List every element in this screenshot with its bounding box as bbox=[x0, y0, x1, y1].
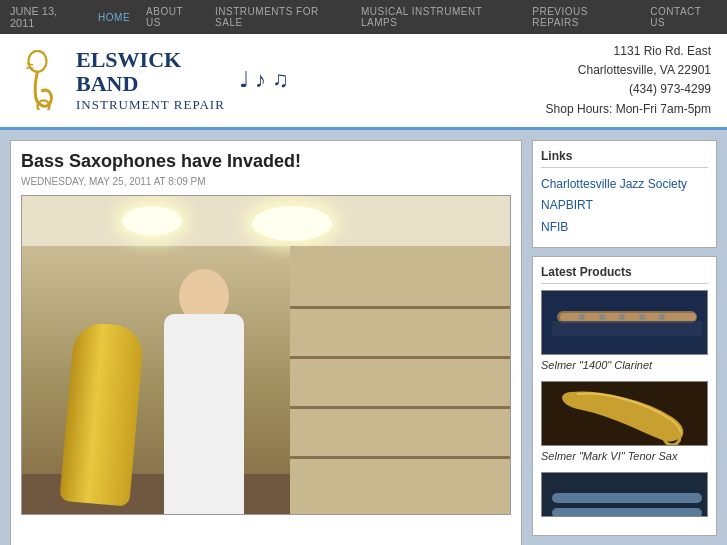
product-item-1: Selmer "1400" Clarinet bbox=[541, 290, 708, 371]
product-item-3 bbox=[541, 472, 708, 517]
product-item-2: Selmer "Mark VI" Tenor Sax bbox=[541, 381, 708, 462]
svg-point-10 bbox=[639, 314, 645, 320]
sidebar-products-section: Latest Products bbox=[532, 256, 717, 536]
product-thumb-3 bbox=[541, 472, 708, 517]
clarinet-thumbnail-svg bbox=[542, 291, 708, 355]
musical-notes-decoration: ♩ ♪ ♫ bbox=[239, 67, 289, 93]
nav-date: JUNE 13, 2011 bbox=[10, 5, 82, 29]
ceiling-light-2 bbox=[252, 206, 332, 241]
ceiling-light-1 bbox=[122, 206, 182, 236]
nav-instruments[interactable]: INSTRUMENTS FOR SALE bbox=[215, 6, 345, 28]
svg-rect-12 bbox=[552, 321, 702, 336]
links-title: Links bbox=[541, 149, 708, 168]
content-area: Bass Saxophones have Invaded! WEDNESDAY,… bbox=[10, 140, 522, 545]
brand-name-line2: Band bbox=[76, 72, 225, 96]
nav-lamps[interactable]: MUSICAL INSTRUMENT LAMPS bbox=[361, 6, 516, 28]
product-thumb-2 bbox=[541, 381, 708, 446]
shelf-area bbox=[290, 246, 510, 514]
person bbox=[144, 264, 264, 514]
shop-hours: Shop Hours: Mon-Fri 7am-5pm bbox=[546, 100, 711, 119]
link-jazz-society[interactable]: Charlottesville Jazz Society bbox=[541, 174, 708, 196]
logo-text: Elswick Band Instrument Repair bbox=[76, 48, 225, 112]
link-napbirt[interactable]: NAPBIRT bbox=[541, 195, 708, 217]
nav-about[interactable]: ABOUT US bbox=[146, 6, 199, 28]
logo-area: Elswick Band Instrument Repair ♩ ♪ ♫ bbox=[16, 48, 289, 112]
shelf-3 bbox=[290, 406, 510, 409]
shelf-2 bbox=[290, 356, 510, 359]
products-title: Latest Products bbox=[541, 265, 708, 284]
logo-saxophone-icon bbox=[16, 50, 68, 110]
shelf-1 bbox=[290, 306, 510, 309]
svg-rect-17 bbox=[552, 508, 702, 517]
nav-repairs[interactable]: PREVIOUS REPAIRS bbox=[532, 6, 634, 28]
svg-rect-16 bbox=[552, 493, 702, 503]
svg-point-7 bbox=[579, 314, 585, 320]
sidebar: Links Charlottesville Jazz Society NAPBI… bbox=[532, 140, 717, 545]
product-thumb-1 bbox=[541, 290, 708, 355]
svg-point-11 bbox=[659, 314, 665, 320]
nav-bar: JUNE 13, 2011 HOME ABOUT US INSTRUMENTS … bbox=[0, 0, 727, 34]
product3-thumbnail-svg bbox=[542, 473, 708, 517]
nav-contact[interactable]: CONTACT US bbox=[650, 6, 717, 28]
contact-info: 1131 Rio Rd. East Charlottesville, VA 22… bbox=[546, 42, 711, 119]
product-name-2: Selmer "Mark VI" Tenor Sax bbox=[541, 450, 708, 462]
post-title: Bass Saxophones have Invaded! bbox=[21, 151, 511, 172]
ceiling bbox=[22, 196, 510, 246]
address-line2: Charlottesville, VA 22901 bbox=[546, 61, 711, 80]
product-name-1: Selmer "1400" Clarinet bbox=[541, 359, 708, 371]
post-date: WEDNESDAY, MAY 25, 2011 AT 8:09 PM bbox=[21, 176, 511, 187]
address-line1: 1131 Rio Rd. East bbox=[546, 42, 711, 61]
tenor-sax-thumbnail-svg bbox=[542, 382, 708, 446]
svg-point-9 bbox=[619, 314, 625, 320]
site-header: Elswick Band Instrument Repair ♩ ♪ ♫ 113… bbox=[0, 34, 727, 130]
sidebar-links-section: Links Charlottesville Jazz Society NAPBI… bbox=[532, 140, 717, 248]
shelf-4 bbox=[290, 456, 510, 459]
image-background bbox=[22, 196, 510, 514]
nav-home[interactable]: HOME bbox=[98, 12, 130, 23]
brand-name-line1: Elswick bbox=[76, 48, 225, 72]
link-nfib[interactable]: NFIB bbox=[541, 217, 708, 239]
post-image bbox=[21, 195, 511, 515]
svg-point-8 bbox=[599, 314, 605, 320]
main-wrapper: Bass Saxophones have Invaded! WEDNESDAY,… bbox=[0, 130, 727, 545]
phone: (434) 973-4299 bbox=[546, 80, 711, 99]
person-body bbox=[164, 314, 244, 514]
brand-sub: Instrument Repair bbox=[76, 97, 225, 113]
